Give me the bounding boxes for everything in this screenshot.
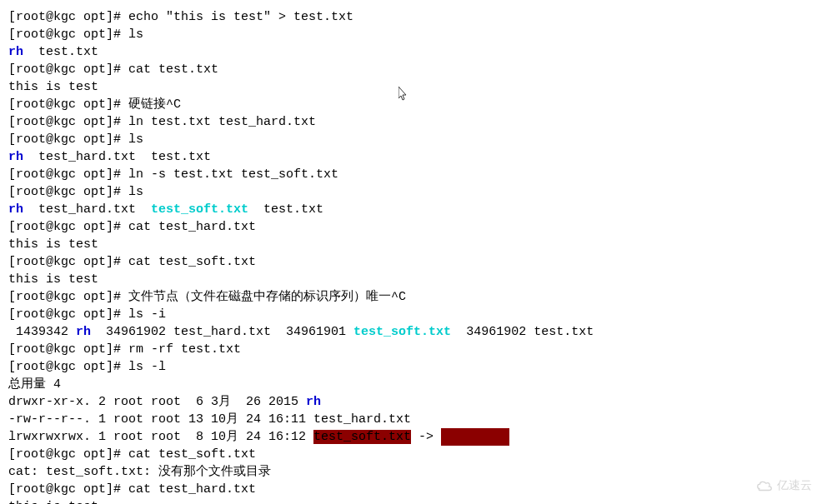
terminal-line: rh test_hard.txt test_soft.txt test.txt — [8, 201, 814, 218]
terminal-text-segment: test.txt — [23, 45, 98, 59]
terminal-text-segment: test_hard.txt — [23, 202, 151, 217]
terminal-text-segment: [root@kgc opt]# cat test_soft.txt — [8, 255, 256, 269]
terminal-text-segment: [root@kgc opt]# ls — [8, 27, 143, 42]
terminal-text-segment: 总用量 4 — [8, 377, 61, 392]
terminal-text-segment: rh — [8, 150, 23, 164]
terminal-text-segment: test.txt — [248, 202, 323, 217]
terminal-text-segment: this is test — [8, 500, 98, 504]
terminal-line: [root@kgc opt]# cat test_soft.txt — [8, 446, 814, 463]
watermark-text: 亿速云 — [777, 477, 812, 494]
terminal-line: this is test — [8, 78, 814, 96]
terminal-text-segment: drwxr-xr-x. 2 root root 6 3月 26 2015 — [8, 395, 306, 409]
terminal-text-segment: [root@kgc opt]# 硬链接^C — [8, 97, 181, 112]
terminal-line: [root@kgc opt]# ls -i — [8, 306, 814, 323]
terminal-text-segment: rh — [8, 202, 23, 217]
terminal-text-segment: rh — [306, 395, 321, 409]
terminal-text-segment: [root@kgc opt]# ls — [8, 132, 143, 147]
terminal-text-segment — [441, 428, 509, 446]
terminal-line: this is test — [8, 236, 814, 253]
watermark-logo: 亿速云 — [755, 477, 812, 494]
terminal-text-segment: [root@kgc opt]# rm -rf test.txt — [8, 342, 241, 357]
terminal-text-segment: [root@kgc opt]# echo "this is test" > te… — [8, 10, 353, 24]
terminal-line: [root@kgc opt]# 硬链接^C — [8, 96, 814, 113]
terminal-output[interactable]: [root@kgc opt]# echo "this is test" > te… — [8, 8, 814, 504]
terminal-line: [root@kgc opt]# ln test.txt test_hard.tx… — [8, 113, 814, 131]
terminal-line: [root@kgc opt]# ls — [8, 26, 814, 43]
terminal-line: lrwxrwxrwx. 1 root root 8 10月 24 16:12 t… — [8, 428, 814, 446]
terminal-text-segment: cat: test_soft.txt: 没有那个文件或目录 — [8, 465, 271, 479]
terminal-text-segment: [root@kgc opt]# cat test_hard.txt — [8, 220, 256, 234]
terminal-line: this is test — [8, 498, 814, 504]
terminal-text-segment: this is test — [8, 272, 98, 287]
terminal-text-segment: rh — [76, 325, 91, 339]
terminal-text-segment: [root@kgc opt]# 文件节点（文件在磁盘中存储的标识序列）唯一^C — [8, 290, 406, 304]
terminal-text-segment: test_soft.txt — [151, 202, 248, 217]
terminal-text-segment: -> — [411, 430, 441, 444]
cloud-icon — [755, 479, 774, 492]
terminal-line: [root@kgc opt]# ls — [8, 183, 814, 201]
terminal-line: rh test_hard.txt test.txt — [8, 148, 814, 166]
terminal-line: drwxr-xr-x. 2 root root 6 3月 26 2015 rh — [8, 393, 814, 411]
terminal-text-segment: 34961902 test_hard.txt 34961901 — [91, 325, 353, 339]
terminal-line: [root@kgc opt]# echo "this is test" > te… — [8, 8, 814, 26]
terminal-line: [root@kgc opt]# 文件节点（文件在磁盘中存储的标识序列）唯一^C — [8, 288, 814, 306]
terminal-text-segment: test_soft.txt — [313, 430, 411, 444]
terminal-line: [root@kgc opt]# cat test_hard.txt — [8, 481, 814, 498]
terminal-line: -rw-r--r--. 1 root root 13 10月 24 16:11 … — [8, 411, 814, 428]
terminal-text-segment: [root@kgc opt]# cat test.txt — [8, 62, 218, 77]
terminal-text-segment: this is test — [8, 237, 98, 252]
terminal-line: [root@kgc opt]# ls -l — [8, 358, 814, 376]
terminal-text-segment: [root@kgc opt]# cat test_hard.txt — [8, 482, 256, 497]
terminal-line: [root@kgc opt]# ln -s test.txt test_soft… — [8, 166, 814, 183]
terminal-line: rh test.txt — [8, 43, 814, 61]
terminal-text-segment: [root@kgc opt]# ln test.txt test_hard.tx… — [8, 115, 316, 129]
terminal-line: this is test — [8, 271, 814, 288]
terminal-text-segment: test_hard.txt test.txt — [23, 150, 211, 164]
terminal-line: [root@kgc opt]# rm -rf test.txt — [8, 341, 814, 358]
terminal-line: 1439342 rh 34961902 test_hard.txt 349619… — [8, 323, 814, 341]
terminal-line: [root@kgc opt]# ls — [8, 131, 814, 148]
terminal-text-segment: [root@kgc opt]# cat test_soft.txt — [8, 447, 256, 462]
terminal-text-segment: rh — [8, 45, 23, 59]
terminal-text-segment: 1439342 — [8, 325, 76, 339]
terminal-text-segment: test_soft.txt — [353, 325, 451, 339]
terminal-text-segment: lrwxrwxrwx. 1 root root 8 10月 24 16:12 — [8, 430, 313, 444]
terminal-line: [root@kgc opt]# cat test.txt — [8, 61, 814, 78]
terminal-text-segment: [root@kgc opt]# ls -l — [8, 360, 166, 374]
terminal-text-segment: -rw-r--r--. 1 root root 13 10月 24 16:11 … — [8, 412, 411, 427]
terminal-line: cat: test_soft.txt: 没有那个文件或目录 — [8, 463, 814, 481]
mouse-cursor-icon — [398, 87, 408, 107]
terminal-line: 总用量 4 — [8, 376, 814, 393]
terminal-text-segment: [root@kgc opt]# ln -s test.txt test_soft… — [8, 167, 338, 182]
terminal-text-segment: this is test — [8, 80, 98, 94]
terminal-text-segment: [root@kgc opt]# ls -i — [8, 307, 166, 322]
terminal-text-segment: 34961902 test.txt — [451, 325, 594, 339]
terminal-line: [root@kgc opt]# cat test_soft.txt — [8, 253, 814, 271]
terminal-line: [root@kgc opt]# cat test_hard.txt — [8, 218, 814, 236]
terminal-text-segment: [root@kgc opt]# ls — [8, 185, 143, 199]
